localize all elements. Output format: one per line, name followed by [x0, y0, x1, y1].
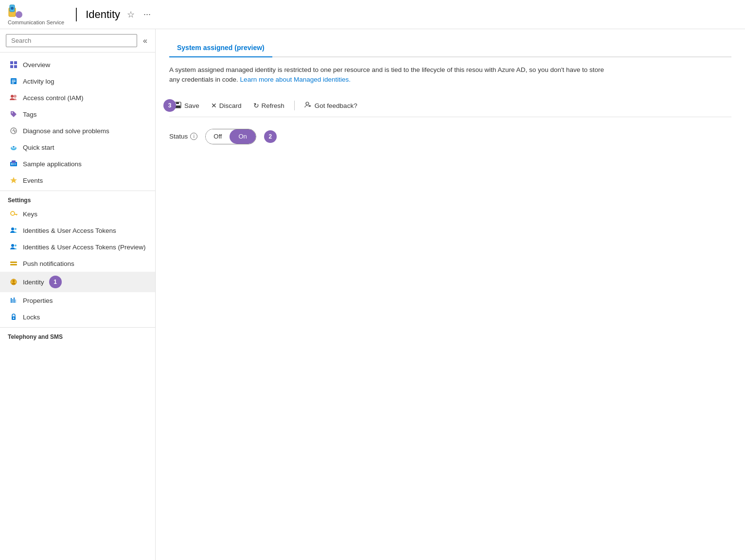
sidebar-item-activity-log[interactable]: Activity log: [0, 73, 155, 89]
sidebar-item-access-control[interactable]: Access control (IAM): [0, 89, 155, 106]
sidebar-item-identities-tokens-preview[interactable]: Identities & User Access Tokens (Preview…: [0, 239, 155, 255]
step-badge-2: 2: [264, 130, 277, 143]
tab-system-assigned[interactable]: System assigned (preview): [169, 39, 272, 57]
svg-point-29: [11, 244, 14, 247]
telephony-section-label: Telephony and SMS: [0, 327, 155, 342]
refresh-icon: ↻: [253, 102, 259, 109]
svg-rect-31: [10, 262, 17, 263]
sidebar-item-label: Identities & User Access Tokens: [23, 227, 116, 234]
tags-icon: [9, 110, 18, 119]
header-separator: [76, 8, 77, 21]
sidebar-item-label: Events: [23, 177, 43, 184]
svg-point-40: [13, 317, 15, 319]
svg-rect-7: [14, 65, 17, 68]
sidebar-item-locks[interactable]: Locks: [0, 309, 155, 325]
header-title-area: Identity ☆ ···: [76, 7, 153, 22]
top-header: Communication Service Identity ☆ ···: [0, 0, 745, 29]
sidebar-item-diagnose[interactable]: Diagnose and solve problems: [0, 122, 155, 139]
toolbar-badge: 3: [163, 99, 176, 112]
sidebar-item-label: Identities & User Access Tokens (Preview…: [23, 244, 146, 251]
sidebar: « Overview Activity log Access control (: [0, 29, 156, 560]
properties-icon: [9, 296, 18, 305]
sidebar-item-sample-apps[interactable]: Sample applications: [0, 156, 155, 172]
svg-rect-6: [10, 65, 13, 68]
svg-rect-20: [12, 160, 16, 163]
svg-point-2: [11, 7, 14, 10]
learn-more-link[interactable]: Learn more about Managed identities.: [240, 76, 351, 83]
sidebar-item-quick-start[interactable]: Quick start: [0, 139, 155, 156]
quick-start-icon: [9, 143, 18, 152]
feedback-label: Got feedback?: [315, 102, 357, 109]
logo-icon: [8, 4, 23, 19]
identity-icon: [9, 278, 18, 286]
svg-rect-38: [15, 299, 16, 303]
sidebar-item-label: Sample applications: [23, 160, 82, 168]
sidebar-item-label: Properties: [23, 297, 53, 304]
sidebar-collapse-button[interactable]: «: [141, 35, 149, 47]
svg-rect-42: [176, 102, 179, 104]
activity-log-icon: [9, 77, 18, 86]
feedback-button[interactable]: Got feedback?: [300, 99, 362, 113]
sidebar-item-keys[interactable]: Keys: [0, 206, 155, 222]
favorite-button[interactable]: ☆: [125, 7, 137, 22]
svg-point-24: [11, 211, 15, 215]
svg-rect-5: [14, 61, 17, 64]
search-input[interactable]: [6, 34, 137, 47]
svg-rect-9: [12, 80, 16, 81]
sidebar-item-label: Activity log: [23, 78, 54, 85]
sidebar-item-push-notifications[interactable]: Push notifications: [0, 255, 155, 272]
step-badge-1: 1: [49, 276, 62, 288]
status-row: Status i Off On 2: [169, 129, 731, 144]
sidebar-item-identity[interactable]: Identity 1: [0, 272, 155, 292]
svg-rect-22: [13, 163, 15, 165]
identities-tokens-icon: [9, 226, 18, 235]
svg-point-27: [11, 228, 14, 230]
sidebar-item-properties[interactable]: Properties: [0, 292, 155, 309]
svg-rect-4: [10, 61, 13, 64]
sidebar-item-identities-tokens[interactable]: Identities & User Access Tokens: [0, 222, 155, 239]
status-info-icon: i: [190, 133, 197, 140]
tab-bar: System assigned (preview): [169, 39, 731, 57]
svg-point-44: [306, 102, 309, 105]
locks-icon: [9, 313, 18, 321]
save-label: Save: [184, 102, 199, 109]
description-text: A system assigned managed identity is re…: [169, 65, 607, 85]
sidebar-item-tags[interactable]: Tags: [0, 106, 155, 122]
toggle-on-label: On: [230, 129, 255, 144]
toolbar: 3 Save ✕ Discard ↻ Refresh: [169, 95, 731, 117]
svg-point-30: [15, 245, 17, 246]
discard-button[interactable]: ✕ Discard: [206, 99, 247, 112]
svg-rect-11: [12, 83, 14, 84]
sidebar-nav: Overview Activity log Access control (IA…: [0, 52, 155, 560]
sidebar-item-label: Push notifications: [23, 260, 74, 267]
discard-icon: ✕: [211, 102, 217, 109]
content-inner: System assigned (preview) A system assig…: [156, 29, 745, 154]
page-title: Identity: [86, 8, 120, 21]
svg-point-13: [14, 95, 17, 98]
sidebar-item-label: Locks: [23, 314, 40, 321]
sidebar-item-label: Overview: [23, 61, 50, 69]
identities-tokens-preview-icon: [9, 243, 18, 251]
svg-rect-32: [10, 264, 17, 265]
svg-point-14: [12, 112, 13, 113]
discard-label: Discard: [219, 102, 242, 109]
header-logo: Communication Service: [8, 4, 64, 25]
svg-point-28: [15, 228, 17, 230]
main-layout: « Overview Activity log Access control (: [0, 29, 745, 560]
svg-rect-26: [16, 214, 17, 215]
sidebar-item-label: Tags: [23, 111, 37, 118]
header-logo-text: Communication Service: [8, 19, 64, 25]
svg-rect-10: [12, 81, 16, 82]
push-notifications-icon: [9, 259, 18, 268]
svg-rect-23: [15, 163, 16, 165]
svg-rect-37: [14, 298, 15, 303]
svg-point-12: [11, 95, 14, 98]
sidebar-item-overview[interactable]: Overview: [0, 56, 155, 73]
toggle-off-label: Off: [206, 129, 230, 144]
sidebar-item-events[interactable]: Events: [0, 172, 155, 189]
svg-point-3: [16, 11, 22, 18]
refresh-button[interactable]: ↻ Refresh: [248, 99, 289, 112]
status-toggle[interactable]: Off On: [205, 129, 256, 144]
svg-rect-21: [11, 163, 13, 165]
more-options-button[interactable]: ···: [142, 7, 153, 21]
